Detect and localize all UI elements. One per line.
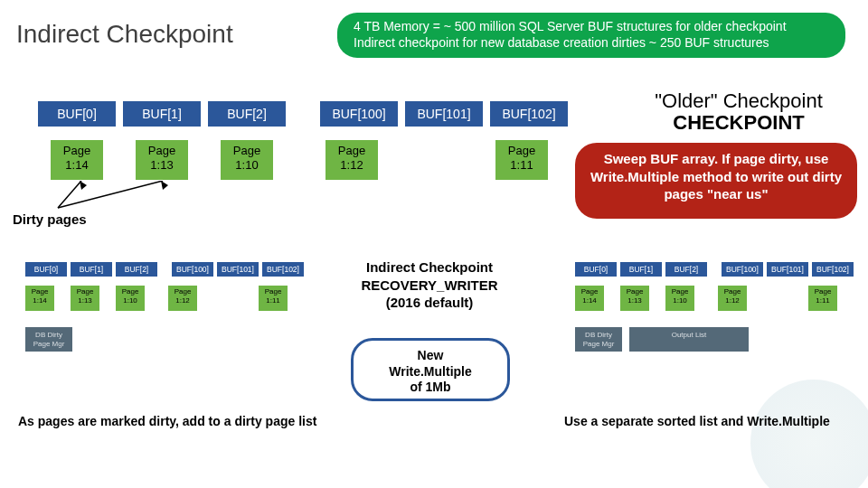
caption-left: As pages are marked dirty, add to a dirt…: [18, 414, 316, 428]
page-cell: Page 1:11: [495, 140, 548, 180]
page-cell: Page 1:12: [718, 286, 747, 311]
buf-cell: BUF[101]: [217, 262, 259, 277]
background-logo: [750, 380, 868, 488]
buf-cell: BUF[0]: [25, 262, 67, 277]
buf-cell: BUF[100]: [172, 262, 213, 277]
db-dirty-page-mgr-box: DB Dirty Page Mgr: [575, 327, 622, 352]
page-cell: Page 1:13: [620, 286, 649, 311]
blue-line-1: New: [354, 348, 507, 364]
buf-cluster-right: BUF[0] BUF[1] BUF[2] BUF[100] BUF[101] B…: [575, 262, 854, 352]
page-cell: Page 1:13: [136, 140, 188, 180]
page-cell: Page 1:10: [221, 140, 273, 180]
page-cell: Page 1:14: [51, 140, 103, 180]
svg-line-1: [58, 181, 163, 208]
older-checkpoint-heading: "Older" Checkpoint CHECKPOINT: [617, 90, 861, 134]
buf-cell: BUF[100]: [722, 262, 763, 277]
page-cell: Page 1:12: [168, 286, 197, 311]
buf-cell: BUF[2]: [208, 101, 286, 127]
banner-line-2: Indirect checkpoint for new database cre…: [354, 34, 829, 51]
write-multiple-pill: New Write.Multiple of 1Mb: [351, 338, 510, 401]
older-line-1: "Older" Checkpoint: [655, 89, 823, 112]
db-dirty-page-mgr-box: DB Dirty Page Mgr: [25, 327, 72, 352]
buf-cell: BUF[1]: [620, 262, 662, 277]
buf-cell: BUF[0]: [38, 101, 116, 127]
buf-cell: BUF[100]: [320, 101, 398, 127]
buf-cluster-left: BUF[0] BUF[1] BUF[2] BUF[100] BUF[101] B…: [25, 262, 304, 352]
dirty-page-arrows: [54, 181, 235, 208]
older-line-2: CHECKPOINT: [617, 112, 861, 134]
center-line-3: (2016 default): [335, 294, 524, 312]
buf-cell: BUF[102]: [490, 101, 568, 127]
buf-cell: BUF[101]: [767, 262, 808, 277]
indirect-checkpoint-label: Indirect Checkpoint RECOVERY_WRITER (201…: [335, 258, 524, 312]
svg-marker-2: [80, 181, 87, 190]
output-list-box: Output List: [629, 327, 749, 352]
banner-line-1: 4 TB Memory = ~ 500 million SQL Server B…: [354, 18, 829, 34]
page-cell: Page 1:14: [575, 286, 604, 311]
page-cell: Page 1:13: [71, 286, 99, 311]
page-cell: Page 1:14: [25, 286, 54, 311]
svg-line-0: [58, 181, 81, 208]
sweep-description: Sweep BUF array. If page dirty, use Writ…: [575, 143, 857, 219]
buf-cell: BUF[0]: [575, 262, 617, 277]
buf-cell: BUF[102]: [262, 262, 304, 277]
buf-row-large: BUF[0] BUF[1] BUF[2] BUF[100] BUF[101] B…: [38, 101, 568, 127]
buf-cell: BUF[102]: [812, 262, 854, 277]
page-cell: Page 1:10: [665, 286, 694, 311]
buf-cell: BUF[101]: [405, 101, 483, 127]
memory-banner: 4 TB Memory = ~ 500 million SQL Server B…: [337, 13, 845, 58]
page-row-large: Page 1:14 Page 1:13 Page 1:10 Page 1:12 …: [51, 140, 580, 180]
page-cell: Page 1:11: [808, 286, 837, 311]
blue-line-2: Write.Multiple: [354, 364, 507, 380]
caption-right: Use a separate sorted list and Write.Mul…: [564, 414, 830, 428]
buf-cell: BUF[1]: [71, 262, 112, 277]
blue-line-3: of 1Mb: [354, 380, 507, 396]
dirty-pages-label: Dirty pages: [13, 211, 87, 227]
slide-title: Indirect Checkpoint: [16, 20, 233, 49]
svg-marker-3: [161, 181, 168, 190]
page-cell: Page 1:12: [326, 140, 378, 180]
center-line-1: Indirect Checkpoint: [335, 258, 524, 277]
buf-cell: BUF[1]: [123, 101, 201, 127]
buf-cell: BUF[2]: [665, 262, 707, 277]
center-line-2: RECOVERY_WRITER: [335, 277, 524, 295]
page-cell: Page 1:10: [116, 286, 145, 311]
buf-cell: BUF[2]: [116, 262, 157, 277]
page-cell: Page 1:11: [259, 286, 288, 311]
